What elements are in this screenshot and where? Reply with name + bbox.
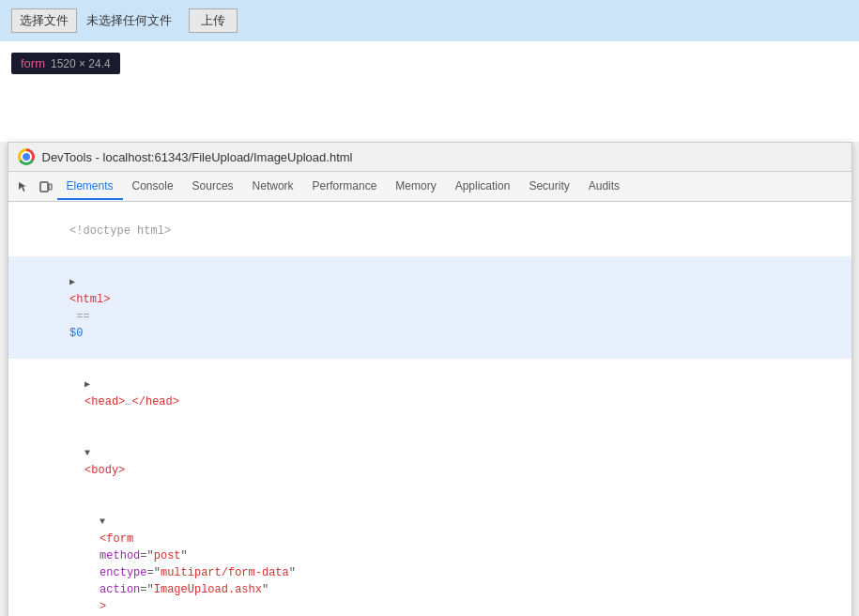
code-line-body-open[interactable]: <body> (8, 427, 851, 496)
upload-button[interactable]: 上传 (189, 8, 238, 33)
code-area: <!doctype html> <html> == $0 <head>…</he… (8, 202, 851, 616)
browser-top-bar: 选择文件 未选择任何文件 上传 (0, 0, 859, 41)
code-line-doctype: <!doctype html> (8, 206, 851, 256)
chrome-icon (18, 148, 35, 165)
tab-application[interactable]: Application (446, 174, 520, 200)
devtools-window: DevTools - localhost:61343/FileUpload/Im… (8, 142, 852, 616)
cursor-icon-btn[interactable] (12, 176, 35, 198)
form-tooltip: form 1520 × 24.4 (11, 53, 120, 74)
tab-console[interactable]: Console (123, 174, 183, 200)
tab-network[interactable]: Network (243, 174, 303, 200)
tab-performance[interactable]: Performance (303, 174, 387, 200)
devtools-titlebar: DevTools - localhost:61343/FileUpload/Im… (8, 143, 851, 172)
no-file-label: 未选择任何文件 (86, 12, 172, 29)
form-tag-label: form (21, 56, 45, 70)
code-line-head[interactable]: <head>…</head> (8, 359, 851, 427)
code-line-html[interactable]: <html> == $0 (8, 256, 851, 359)
device-icon-btn[interactable] (35, 176, 57, 198)
choose-file-button[interactable]: 选择文件 (11, 8, 77, 33)
form-size-label: 1520 × 24.4 (51, 57, 111, 70)
svg-rect-1 (49, 184, 52, 190)
tab-memory[interactable]: Memory (386, 174, 445, 200)
tab-sources[interactable]: Sources (183, 174, 243, 200)
devtools-title: DevTools - localhost:61343/FileUpload/Im… (42, 150, 353, 164)
empty-space (0, 85, 859, 142)
code-line-form[interactable]: <form method="post" enctype="multipart/f… (8, 496, 851, 616)
svg-rect-0 (40, 182, 48, 192)
devtools-content: <!doctype html> <html> == $0 <head>…</he… (8, 202, 851, 616)
tab-security[interactable]: Security (519, 174, 578, 200)
devtools-tabs: Elements Console Sources Network Perform… (8, 172, 851, 202)
tab-audits[interactable]: Audits (579, 174, 629, 200)
tab-elements[interactable]: Elements (57, 174, 123, 200)
